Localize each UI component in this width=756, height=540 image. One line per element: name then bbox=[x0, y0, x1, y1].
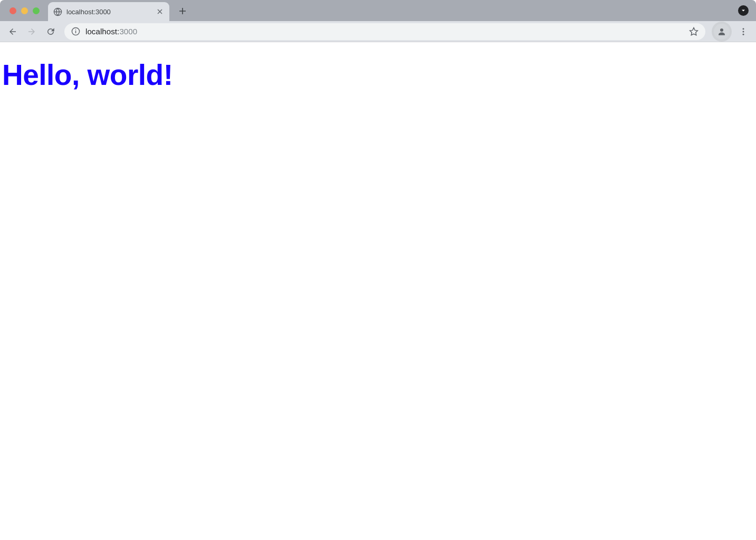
window-minimize-button[interactable] bbox=[21, 7, 28, 14]
address-bar[interactable]: localhost:3000 bbox=[64, 23, 705, 40]
page-content: Hello, world! bbox=[0, 42, 756, 540]
profile-button[interactable] bbox=[714, 24, 730, 40]
browser-menu-button[interactable] bbox=[735, 23, 752, 40]
reload-button[interactable] bbox=[42, 23, 59, 40]
url-host: localhost: bbox=[85, 27, 119, 36]
svg-point-3 bbox=[75, 29, 75, 30]
tab-search-button[interactable] bbox=[738, 5, 749, 16]
forward-button[interactable] bbox=[23, 23, 40, 40]
site-info-button[interactable] bbox=[71, 27, 80, 36]
window-maximize-button[interactable] bbox=[33, 7, 40, 14]
browser-tab[interactable]: localhost:3000 bbox=[48, 2, 169, 21]
info-icon bbox=[71, 27, 80, 36]
person-icon bbox=[717, 27, 726, 36]
arrow-right-icon bbox=[27, 27, 36, 36]
svg-point-7 bbox=[743, 31, 744, 32]
window-controls bbox=[5, 0, 44, 21]
svg-point-6 bbox=[743, 28, 744, 30]
browser-toolbar: localhost:3000 bbox=[0, 21, 756, 42]
plus-icon bbox=[179, 7, 186, 15]
url-port: 3000 bbox=[119, 27, 137, 36]
tab-strip: localhost:3000 bbox=[0, 0, 756, 21]
url-text: localhost:3000 bbox=[85, 27, 683, 36]
page-heading: Hello, world! bbox=[2, 58, 756, 92]
reload-icon bbox=[46, 27, 55, 36]
chevron-down-icon bbox=[741, 8, 746, 13]
globe-icon bbox=[53, 7, 62, 16]
window-close-button[interactable] bbox=[9, 7, 16, 14]
svg-point-5 bbox=[720, 28, 723, 32]
three-dots-vertical-icon bbox=[739, 27, 748, 36]
arrow-left-icon bbox=[8, 27, 17, 36]
new-tab-button[interactable] bbox=[175, 3, 190, 19]
back-button[interactable] bbox=[4, 23, 21, 40]
tab-close-button[interactable] bbox=[155, 7, 164, 16]
bookmark-button[interactable] bbox=[688, 26, 699, 37]
tab-title: localhost:3000 bbox=[66, 8, 155, 16]
star-icon bbox=[689, 27, 698, 36]
svg-point-8 bbox=[743, 33, 744, 35]
close-icon bbox=[157, 9, 162, 14]
svg-marker-4 bbox=[690, 27, 698, 35]
